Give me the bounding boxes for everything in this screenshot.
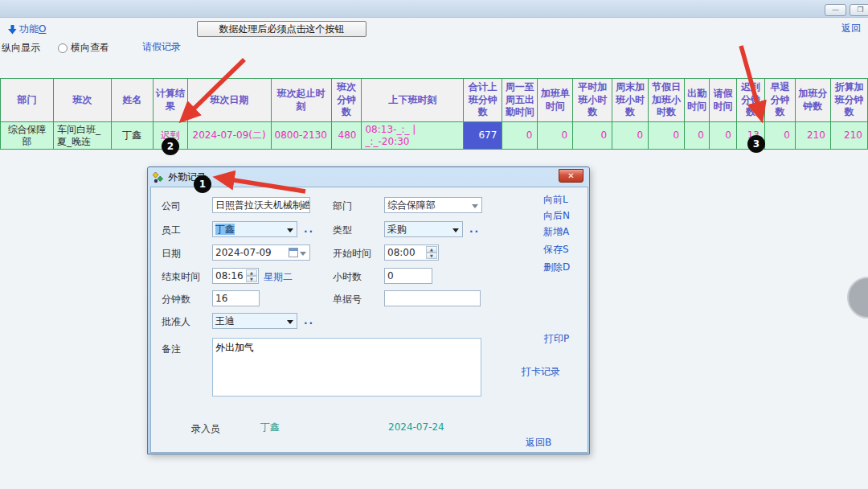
doc-no-label: 单据号 <box>333 293 362 306</box>
column-header: 迟到分钟数 <box>736 79 764 122</box>
nav-next-link[interactable]: 向后N <box>543 209 570 223</box>
end-time-label: 结束时间 <box>162 270 200 284</box>
minutes-label: 分钟数 <box>162 293 190 306</box>
data-cell[interactable]: 2024-07-09(二) <box>187 122 271 150</box>
chevron-down-icon[interactable] <box>300 252 306 256</box>
chevron-down-icon[interactable] <box>472 204 478 208</box>
column-header: 折算加班分钟数 <box>830 79 867 122</box>
minutes-input[interactable]: 16 <box>212 290 260 306</box>
horizontal-view-radio[interactable] <box>58 43 68 53</box>
chevron-down-icon[interactable] <box>300 204 306 208</box>
back-link-top[interactable]: 返回 <box>841 22 861 35</box>
data-cell[interactable]: 0 <box>764 122 795 150</box>
dialog-back-link[interactable]: 返回B <box>526 436 551 450</box>
view-mode-row: 纵向显示 横向查看 <box>2 41 109 55</box>
column-header: 加班分钟数 <box>795 79 830 122</box>
column-header: 周末加班小时数 <box>612 79 649 122</box>
remark-textarea[interactable]: 外出加气 <box>212 338 481 397</box>
column-header: 部门 <box>1 79 54 122</box>
data-cell[interactable]: 丁鑫 <box>111 122 153 150</box>
data-cell[interactable]: 0 <box>685 122 710 150</box>
doc-no-input[interactable] <box>384 290 481 306</box>
column-header: 班次 <box>53 79 111 122</box>
data-cell[interactable]: 0 <box>612 122 649 150</box>
hours-label: 小时数 <box>333 270 362 284</box>
entry-clerk-name: 丁鑫 <box>260 421 280 434</box>
minimize-button[interactable]: — <box>825 4 846 16</box>
dialog-close-button[interactable]: ✕ <box>559 169 583 183</box>
data-cell[interactable]: 0 <box>649 122 685 150</box>
entry-date: 2024-07-24 <box>388 421 444 433</box>
data-cell[interactable]: 480 <box>331 122 362 150</box>
employee-lookup-button[interactable]: .. <box>304 224 314 235</box>
dialog-title: 外勤记录 <box>168 171 207 184</box>
date-picker[interactable]: 2024-07-09 <box>212 244 310 261</box>
weekday-link[interactable]: 星期二 <box>264 270 293 284</box>
leave-records-link[interactable]: 请假记录 <box>142 40 181 54</box>
type-lookup-button[interactable]: .. <box>469 224 480 235</box>
column-header: 班次起止时刻 <box>271 79 331 122</box>
column-header: 计算结果 <box>153 79 187 122</box>
start-time-stepper[interactable]: ▲▼ <box>426 246 437 259</box>
window-titlebar <box>0 0 868 18</box>
approver-combobox[interactable]: 王迪 <box>212 313 297 329</box>
process-data-button[interactable]: 数据处理后必须点击这个按钮 <box>197 21 366 37</box>
type-combobox[interactable]: 采购 <box>384 221 463 237</box>
entry-clerk-label: 录入员 <box>191 422 220 436</box>
data-cell[interactable]: 08:13-_:_ | _:_-20:30 <box>362 122 464 150</box>
employee-combobox[interactable]: 丁鑫 <box>212 221 297 237</box>
chevron-down-icon[interactable] <box>287 228 293 232</box>
chevron-down-icon[interactable] <box>287 320 293 324</box>
department-combobox[interactable]: 综合保障部 <box>384 197 482 213</box>
attendance-table-wrap: 部门班次姓名计算结果班次日期班次起止时刻班次分钟数上下班时刻合计上班分钟数周一至… <box>0 78 868 150</box>
data-cell[interactable]: 0 <box>709 122 736 150</box>
floating-assist-button[interactable] <box>847 277 868 318</box>
column-header: 请假时间 <box>709 79 736 122</box>
data-cell[interactable]: 210 <box>830 122 867 150</box>
chevron-down-icon[interactable] <box>452 228 459 232</box>
calendar-icon[interactable] <box>289 248 298 257</box>
end-time-input[interactable]: 08:16 ▲▼ <box>212 268 259 284</box>
maximize-button[interactable]: ❐ <box>850 4 868 16</box>
column-header: 早退分钟数 <box>764 79 795 122</box>
employee-label: 员工 <box>162 224 181 237</box>
start-time-input[interactable]: 08:00 ▲▼ <box>384 244 439 261</box>
data-cell[interactable]: 0 <box>538 122 573 150</box>
column-header: 班次分钟数 <box>331 79 362 122</box>
data-cell[interactable]: 迟到 <box>153 122 187 150</box>
data-cell[interactable]: 0800-2130 <box>271 122 331 150</box>
delete-link[interactable]: 删除D <box>543 261 570 274</box>
function-menu-label: 功能 <box>19 23 39 35</box>
data-cell[interactable]: 13 <box>736 122 764 150</box>
end-time-stepper[interactable]: ▲▼ <box>246 269 257 282</box>
data-cell[interactable]: 210 <box>795 122 830 150</box>
column-header: 合计上班分钟数 <box>464 79 502 122</box>
data-cell[interactable]: 677 <box>464 122 502 150</box>
column-header: 加班单时间 <box>538 79 573 122</box>
nav-forward-link[interactable]: 向前L <box>543 193 568 207</box>
dialog-titlebar: 外勤记录 <box>153 171 207 184</box>
data-cell[interactable]: 0 <box>573 122 612 150</box>
hours-input[interactable]: 0 <box>384 268 432 284</box>
approver-label: 批准人 <box>162 315 190 329</box>
start-time-label: 开始时间 <box>333 247 371 261</box>
attendance-table: 部门班次姓名计算结果班次日期班次起止时刻班次分钟数上下班时刻合计上班分钟数周一至… <box>0 78 868 150</box>
fieldwork-record-icon <box>153 172 164 183</box>
column-header: 上下班时刻 <box>362 79 464 122</box>
data-cell[interactable]: 综合保障部 <box>1 122 54 150</box>
type-label: 类型 <box>333 224 352 237</box>
add-link[interactable]: 新增A <box>543 225 569 239</box>
remark-label: 备注 <box>162 343 181 356</box>
print-link[interactable]: 打印P <box>544 332 569 346</box>
company-combobox[interactable]: 日照普拉沃夫机械制造有限公司 <box>212 197 310 213</box>
column-header: 姓名 <box>111 79 153 122</box>
approver-lookup-button[interactable]: .. <box>304 315 314 327</box>
data-cell[interactable]: 车间白班_夏_晚连 <box>53 122 111 150</box>
date-label: 日期 <box>162 247 181 261</box>
data-cell[interactable]: 0 <box>502 122 538 150</box>
column-header: 平时加班小时数 <box>573 79 612 122</box>
save-link[interactable]: 保存S <box>543 243 569 257</box>
department-label: 部门 <box>333 199 352 213</box>
function-menu-link[interactable]: 功能O <box>8 23 46 36</box>
punch-records-link[interactable]: 打卡记录 <box>522 365 560 379</box>
